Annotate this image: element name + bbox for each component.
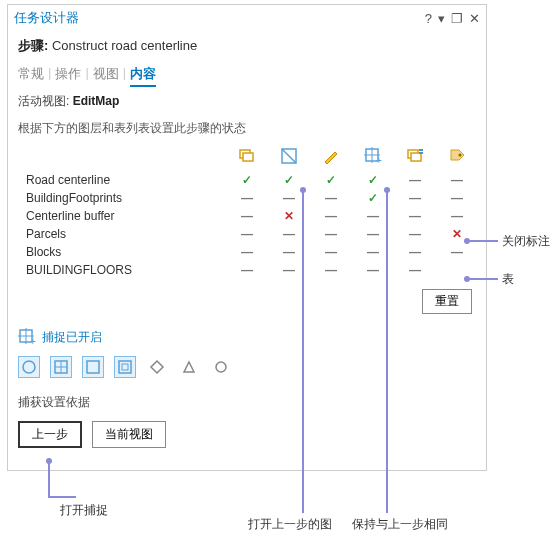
- callout-line: [470, 278, 498, 280]
- state-cell[interactable]: —: [364, 263, 382, 277]
- state-cell[interactable]: ✕: [280, 209, 298, 223]
- layer-name: BuildingFootprints: [18, 191, 238, 205]
- layer-row: Blocks——————: [18, 243, 476, 261]
- svg-rect-22: [122, 364, 128, 370]
- layers-column-icon[interactable]: [238, 147, 256, 165]
- layer-name: Blocks: [18, 245, 238, 259]
- visibility-column-icon[interactable]: [280, 147, 298, 165]
- snap-edge-icon[interactable]: [114, 356, 136, 378]
- callout-close-label: 关闭标注: [502, 233, 550, 250]
- prev-step-button[interactable]: 上一步: [18, 421, 82, 448]
- layer-row: Road centerline✓✓✓✓——: [18, 171, 476, 189]
- tab-bar: 常规 | 操作 | 视图 | 内容: [8, 61, 486, 89]
- state-cell[interactable]: —: [364, 227, 382, 241]
- titlebar: 任务设计器 ? ▾ ❐ ✕: [8, 5, 486, 31]
- task-designer-panel: 任务设计器 ? ▾ ❐ ✕ 步骤: Construct road centerl…: [7, 4, 487, 471]
- state-cell[interactable]: —: [448, 173, 466, 187]
- tab-actions[interactable]: 操作: [55, 65, 81, 87]
- state-cell[interactable]: —: [280, 227, 298, 241]
- state-cell[interactable]: —: [280, 191, 298, 205]
- snap-end-icon[interactable]: [50, 356, 72, 378]
- tab-general[interactable]: 常规: [18, 65, 44, 87]
- active-view-label: 活动视图:: [18, 94, 69, 108]
- description-text: 根据下方的图层和表列表设置此步骤的状态: [8, 114, 486, 143]
- state-cell[interactable]: —: [322, 191, 340, 205]
- callout-line: [302, 191, 304, 513]
- svg-point-16: [23, 361, 35, 373]
- svg-rect-1: [243, 153, 253, 161]
- state-cell[interactable]: —: [406, 173, 424, 187]
- svg-rect-21: [119, 361, 131, 373]
- step-label: 步骤:: [18, 38, 48, 53]
- snap-point-icon[interactable]: [18, 356, 40, 378]
- state-cell[interactable]: —: [448, 191, 466, 205]
- layer-name: Centerline buffer: [18, 209, 238, 223]
- state-cell[interactable]: —: [364, 245, 382, 259]
- restore-icon[interactable]: ❐: [451, 11, 463, 26]
- state-cell[interactable]: ✓: [280, 173, 298, 187]
- state-cell[interactable]: —: [238, 227, 256, 241]
- state-cell[interactable]: —: [322, 209, 340, 223]
- layer-cells: ———✓——: [238, 191, 476, 205]
- state-cell[interactable]: —: [280, 263, 298, 277]
- state-cell[interactable]: —: [448, 209, 466, 223]
- svg-rect-20: [87, 361, 99, 373]
- tab-views[interactable]: 视图: [93, 65, 119, 87]
- state-cell[interactable]: —: [238, 263, 256, 277]
- close-icon[interactable]: ✕: [469, 11, 480, 26]
- state-cell[interactable]: —: [238, 191, 256, 205]
- tab-contents[interactable]: 内容: [130, 65, 156, 87]
- callout-open-prev-map: 打开上一步的图: [248, 516, 332, 533]
- layer-row: BUILDINGFLOORS—————: [18, 261, 476, 279]
- callout-line: [48, 462, 50, 496]
- state-cell[interactable]: —: [406, 263, 424, 277]
- state-cell[interactable]: —: [406, 209, 424, 223]
- layer-row: BuildingFootprints———✓——: [18, 189, 476, 207]
- active-view-value: EditMap: [73, 94, 120, 108]
- callout-keep-same: 保持与上一步相同: [352, 516, 448, 533]
- state-cell[interactable]: —: [406, 191, 424, 205]
- svg-point-23: [216, 362, 226, 372]
- state-cell[interactable]: ✓: [238, 173, 256, 187]
- state-cell[interactable]: ✓: [364, 173, 382, 187]
- layer-name: Road centerline: [18, 173, 238, 187]
- state-cell[interactable]: ✓: [322, 173, 340, 187]
- layer-state-grid: + Road centerline✓✓✓✓——BuildingFootprint…: [8, 143, 486, 279]
- snap-vertex-icon[interactable]: [82, 356, 104, 378]
- snap-type-icons: [8, 350, 486, 384]
- layer-cells: —————: [238, 263, 476, 277]
- state-cell[interactable]: —: [322, 263, 340, 277]
- layer-cells: ✓✓✓✓——: [238, 173, 476, 187]
- svg-rect-8: [411, 153, 421, 161]
- selectable-column-icon[interactable]: [406, 147, 424, 165]
- snap-intersection-icon[interactable]: [146, 356, 168, 378]
- label-column-icon[interactable]: [448, 147, 466, 165]
- layer-cells: —————✕: [238, 227, 476, 241]
- state-cell[interactable]: —: [322, 227, 340, 241]
- layer-cells: ——————: [238, 245, 476, 259]
- tab-separator: |: [48, 65, 51, 87]
- state-cell[interactable]: —: [238, 209, 256, 223]
- help-icon[interactable]: ?: [425, 11, 432, 26]
- state-cell[interactable]: —: [238, 245, 256, 259]
- state-cell[interactable]: —: [448, 245, 466, 259]
- reset-button[interactable]: 重置: [422, 289, 472, 314]
- editable-column-icon[interactable]: [322, 147, 340, 165]
- dropdown-icon[interactable]: ▾: [438, 11, 445, 26]
- current-view-button[interactable]: 当前视图: [92, 421, 166, 448]
- snap-midpoint-icon[interactable]: [178, 356, 200, 378]
- snap-basis-label: 捕获设置依据: [8, 384, 486, 415]
- state-cell[interactable]: [448, 263, 466, 277]
- state-cell[interactable]: —: [406, 227, 424, 241]
- bottom-buttons: 上一步 当前视图: [8, 415, 486, 454]
- callout-table: 表: [502, 271, 514, 288]
- state-cell[interactable]: —: [322, 245, 340, 259]
- snap-tangent-icon[interactable]: [210, 356, 232, 378]
- snappable-column-icon[interactable]: +: [364, 147, 382, 165]
- snapping-toggle-icon[interactable]: +: [18, 328, 36, 346]
- state-cell[interactable]: ✓: [364, 191, 382, 205]
- state-cell[interactable]: —: [406, 245, 424, 259]
- snapping-row: + 捕捉已开启: [8, 324, 486, 350]
- state-cell[interactable]: —: [364, 209, 382, 223]
- state-cell[interactable]: —: [280, 245, 298, 259]
